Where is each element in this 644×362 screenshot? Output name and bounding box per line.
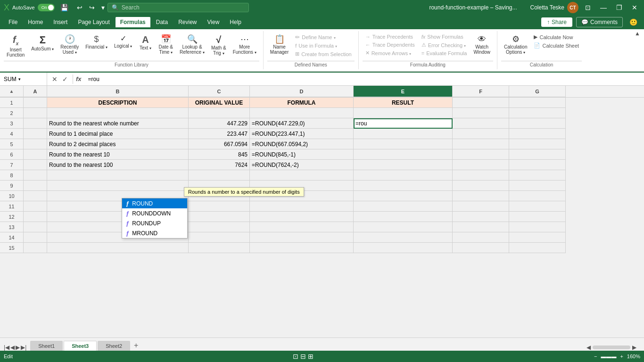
more-functions-button[interactable]: ⋯ MoreFunctions ▾ [230, 33, 259, 57]
cell-B7[interactable]: Round to the nearest 100 [47, 160, 189, 170]
cell-row11-2[interactable] [189, 201, 250, 212]
row-header-12[interactable]: 12 [0, 212, 24, 222]
cell-G3[interactable] [509, 118, 566, 129]
sheet-scroll-track[interactable] [593, 346, 630, 349]
zoom-in-icon[interactable]: + [620, 354, 623, 359]
sheet-tab-sheet1[interactable]: Sheet1 [30, 341, 63, 351]
menu-formulas[interactable]: Formulas [116, 17, 150, 27]
autosum-button[interactable]: Σ AutoSum ▾ [28, 33, 57, 53]
cell-E1[interactable]: RESULT [354, 98, 453, 108]
menu-view[interactable]: View [203, 17, 224, 27]
sheet-scroll-right[interactable]: ▶ [632, 344, 636, 351]
cell-B5[interactable]: Round to 2 decimal places [47, 139, 189, 149]
cell-F2[interactable] [453, 108, 509, 118]
cell-B4[interactable]: Round to 1 decimal place [47, 129, 189, 139]
cell-row14-6[interactable] [509, 232, 566, 243]
cell-row8-0[interactable] [24, 170, 47, 181]
text-button[interactable]: A Text ▾ [136, 33, 155, 52]
cell-E2[interactable] [354, 108, 453, 118]
define-name-button[interactable]: ✏ Define Name ▾ [292, 33, 354, 41]
row-header-9[interactable]: 9 [0, 181, 24, 191]
name-box[interactable]: SUM ▾ [0, 73, 47, 85]
row-header-6[interactable]: 6 [0, 149, 24, 160]
cell-D7[interactable]: =ROUND(7624,-2) [250, 160, 354, 170]
cell-C5[interactable]: 667.0594 [189, 139, 250, 149]
cell-A2[interactable] [24, 108, 47, 118]
share-button[interactable]: ↑ Share [541, 17, 572, 27]
cell-G1[interactable] [509, 98, 566, 108]
cell-row10-5[interactable] [453, 191, 509, 201]
cell-C6[interactable]: 845 [189, 149, 250, 160]
cell-E6[interactable] [354, 149, 453, 160]
row-header-5[interactable]: 5 [0, 139, 24, 149]
cell-row12-5[interactable] [453, 212, 509, 222]
row-header-13[interactable]: 13 [0, 222, 24, 232]
confirm-icon[interactable]: ✓ [60, 74, 70, 84]
date-time-button[interactable]: 📅 Date &Time ▾ [156, 33, 176, 57]
math-trig-button[interactable]: √ Math &Trig ▾ [208, 33, 229, 58]
zoom-slider[interactable]: ▬▬▬ [601, 354, 616, 359]
menu-help[interactable]: Help [225, 17, 246, 27]
cell-row15-3[interactable] [250, 243, 354, 253]
menu-page-layout[interactable]: Page Layout [73, 17, 114, 27]
cell-D5[interactable]: =ROUND(667.0594,2) [250, 139, 354, 149]
menu-insert[interactable]: Insert [49, 17, 72, 27]
cancel-icon[interactable]: ✕ [50, 74, 59, 84]
cell-G4[interactable] [509, 129, 566, 139]
customize-quick-access[interactable]: ▾ [99, 3, 107, 12]
cell-row11-6[interactable] [509, 201, 566, 212]
cell-row10-4[interactable] [354, 191, 453, 201]
row-header-3[interactable]: 3 [0, 118, 24, 129]
cell-row10-6[interactable] [509, 191, 566, 201]
cell-G7[interactable] [509, 160, 566, 170]
cell-row13-0[interactable] [24, 222, 47, 232]
autocomplete-item-rounddown[interactable]: ƒ ROUNDDOWN [122, 208, 187, 218]
page-layout-view-button[interactable]: ⊞ [308, 353, 314, 360]
cell-row12-2[interactable] [189, 212, 250, 222]
col-header-A[interactable]: A [24, 86, 47, 97]
cell-row14-2[interactable] [189, 232, 250, 243]
row-header-15[interactable]: 15 [0, 243, 24, 253]
calculate-now-button[interactable]: ▶ Calculate Now [531, 33, 582, 41]
cell-A4[interactable] [24, 129, 47, 139]
cell-row8-3[interactable] [250, 170, 354, 181]
cell-row13-6[interactable] [509, 222, 566, 232]
row-header-2[interactable]: 2 [0, 108, 24, 118]
redo-button[interactable]: ↪ [86, 3, 98, 12]
sheet-nav-last[interactable]: ▶| [21, 344, 26, 351]
cell-row15-6[interactable] [509, 243, 566, 253]
create-from-selection-button[interactable]: ⊞ Create from Selection [292, 50, 354, 58]
row-header-7[interactable]: 7 [0, 160, 24, 170]
cell-A6[interactable] [24, 149, 47, 160]
col-header-D[interactable]: D [250, 86, 354, 97]
cell-G6[interactable] [509, 149, 566, 160]
sheet-nav-next[interactable]: ▶ [16, 344, 20, 351]
show-formulas-button[interactable]: fx Show Formulas [419, 33, 470, 41]
insert-function-button[interactable]: fx InsertFunction [4, 33, 27, 59]
cell-row14-0[interactable] [24, 232, 47, 243]
cell-row9-4[interactable] [354, 181, 453, 191]
cell-F3[interactable] [453, 118, 509, 129]
cell-A5[interactable] [24, 139, 47, 149]
select-all-button[interactable]: ▲ [0, 86, 24, 97]
cell-D3[interactable]: =ROUND(447.229,0) [250, 118, 354, 129]
cell-F6[interactable] [453, 149, 509, 160]
cell-C4[interactable]: 223.447 [189, 129, 250, 139]
cell-row10-0[interactable] [24, 191, 47, 201]
restore-button[interactable]: ❐ [613, 3, 625, 12]
sheet-nav-prev[interactable]: ◀ [10, 344, 15, 351]
cell-C3[interactable]: 447.229 [189, 118, 250, 129]
sheet-tab-sheet2[interactable]: Sheet2 [98, 341, 130, 351]
autocomplete-item-roundup[interactable]: ƒ ROUNDUP [122, 218, 187, 228]
trace-dependents-button[interactable]: ← Trace Dependents [363, 41, 418, 49]
name-manager-button[interactable]: 📋 NameManager [267, 33, 291, 57]
calculate-sheet-button[interactable]: 📄 Calculate Sheet [531, 41, 582, 49]
comments-button[interactable]: 💬 Comments [576, 17, 623, 27]
cell-row14-3[interactable] [250, 232, 354, 243]
cell-row15-0[interactable] [24, 243, 47, 253]
financial-button[interactable]: $ Financial ▾ [83, 33, 110, 51]
minimize-button[interactable]: — [597, 3, 610, 12]
cell-row15-2[interactable] [189, 243, 250, 253]
error-checking-button[interactable]: ⚠ Error Checking ▾ [419, 41, 470, 49]
use-in-formula-button[interactable]: f Use in Formula ▾ [292, 42, 354, 49]
